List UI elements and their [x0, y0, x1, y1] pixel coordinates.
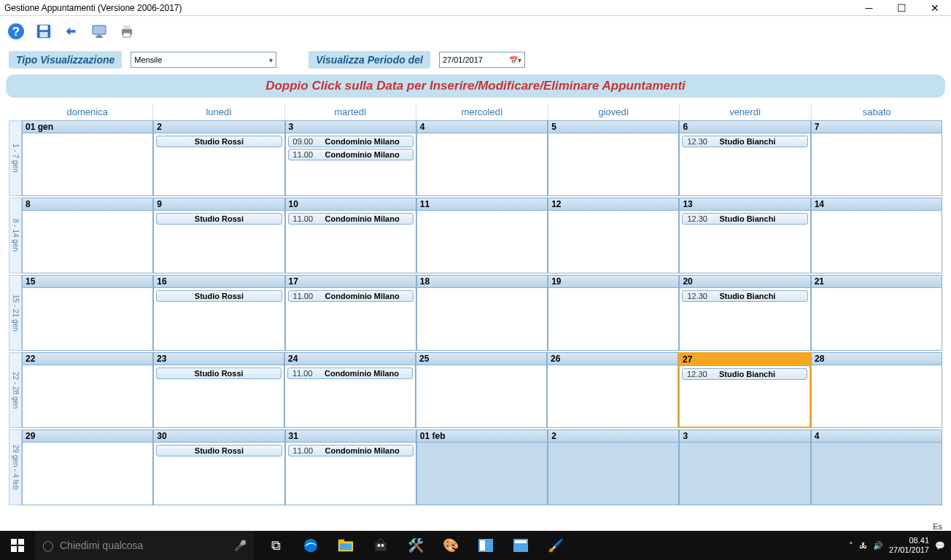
appointment[interactable]: 12.30Studio Bianchi	[682, 213, 807, 225]
day-cell[interactable]: 9Studio Rossi	[153, 198, 284, 273]
day-cell[interactable]: 3111.00Condominio Milano	[285, 429, 416, 505]
appointment[interactable]: Studio Rossi	[156, 290, 282, 302]
day-number: 29	[23, 430, 152, 443]
day-cell[interactable]: 21	[811, 275, 942, 351]
day-cell[interactable]: 1711.00Condominio Milano	[285, 275, 416, 351]
day-number: 10	[286, 198, 416, 211]
appointment-title: Condominio Milano	[325, 369, 399, 378]
day-cell[interactable]: 01 feb	[416, 429, 548, 505]
day-body	[417, 133, 547, 195]
day-number: 8	[23, 198, 152, 211]
instruction-banner: Doppio Click sulla Data per Inserire/Mod…	[6, 74, 945, 98]
appointment-time: 11.00	[293, 150, 318, 159]
day-number: 25	[416, 353, 546, 365]
appointment[interactable]: 12.30Studio Bianchi	[682, 290, 807, 302]
window-title: Gestione Appuntamenti (Versione 2006-201…	[4, 3, 182, 13]
svg-rect-9	[123, 26, 131, 29]
day-body: 12.30Studio Bianchi	[680, 211, 810, 273]
day-cell[interactable]: 2712.30Studio Bianchi	[678, 352, 811, 428]
appointment[interactable]: 11.00Condominio Milano	[288, 290, 414, 302]
appointment[interactable]: Studio Rossi	[156, 445, 282, 456]
minimize-button[interactable]: ─	[853, 0, 885, 16]
day-number: 2	[548, 430, 678, 443]
appointment-title: Studio Rossi	[195, 214, 244, 223]
day-body	[548, 211, 678, 273]
close-button[interactable]: ✕	[918, 0, 951, 16]
appointment-title: Condominio Milano	[325, 446, 400, 455]
day-cell[interactable]: 8	[22, 198, 153, 273]
day-cell[interactable]: 4	[811, 429, 942, 505]
day-cell[interactable]: 2Studio Rossi	[153, 120, 284, 196]
day-body	[812, 133, 942, 195]
day-cell[interactable]: 15	[22, 275, 153, 351]
day-number: 27	[680, 354, 810, 366]
day-cell[interactable]: 2012.30Studio Bianchi	[679, 275, 810, 351]
day-number: 21	[812, 276, 942, 288]
day-number: 9	[154, 198, 284, 211]
day-cell[interactable]: 11	[416, 198, 548, 273]
day-body: Studio Rossi	[154, 133, 284, 195]
day-body: 11.00Condominio Milano	[285, 365, 415, 427]
day-cell[interactable]: 25	[416, 352, 547, 428]
day-number: 01 feb	[417, 430, 547, 443]
day-cell[interactable]: 01 gen	[22, 120, 153, 196]
day-cell[interactable]: 22	[22, 352, 153, 428]
appointment[interactable]: 12.30Studio Bianchi	[682, 368, 807, 380]
help-icon[interactable]: ?	[6, 21, 26, 42]
appointment[interactable]: 11.00Condominio Milano	[288, 149, 414, 160]
week-row: 8 - 14 gen89Studio Rossi1011.00Condomini…	[9, 198, 942, 273]
day-number: 13	[680, 198, 810, 211]
period-label: Visualizza Periodo del	[308, 51, 430, 69]
day-cell[interactable]: 2411.00Condominio Milano	[284, 352, 416, 428]
appointment[interactable]: Studio Rossi	[156, 213, 282, 225]
day-cell[interactable]: 2	[548, 429, 679, 505]
day-cell[interactable]: 23Studio Rossi	[153, 352, 284, 428]
appointment[interactable]: 11.00Condominio Milano	[287, 368, 413, 379]
day-cell[interactable]: 309.00Condominio Milano11.00Condominio M…	[285, 120, 416, 196]
day-body	[812, 365, 942, 427]
period-date-picker[interactable]: 27/01/2017 📅▾	[439, 52, 525, 68]
window-controls: ─ ☐ ✕	[853, 0, 951, 16]
day-cell[interactable]: 28	[811, 352, 942, 428]
appointment-time: 12.30	[687, 214, 712, 223]
day-body	[417, 211, 547, 273]
appointment[interactable]: 11.00Condominio Milano	[288, 213, 414, 225]
day-number: 7	[812, 121, 942, 133]
appointment[interactable]: Studio Rossi	[156, 368, 282, 379]
day-number: 3	[680, 430, 810, 443]
day-cell[interactable]: 12	[548, 198, 679, 273]
day-cell[interactable]: 19	[548, 275, 679, 351]
viz-type-select[interactable]: Mensile ▾	[131, 52, 276, 68]
week-label: 22 - 28 gen	[9, 352, 22, 428]
day-number: 26	[548, 353, 678, 365]
maximize-button[interactable]: ☐	[885, 0, 918, 16]
day-cell[interactable]: 1011.00Condominio Milano	[285, 198, 416, 273]
day-cell[interactable]: 14	[811, 198, 942, 273]
monitor-icon[interactable]	[89, 21, 109, 42]
week-label: 29 gen - 4 feb	[9, 429, 22, 505]
appointment[interactable]: 11.00Condominio Milano	[288, 445, 414, 456]
day-cell[interactable]: 3	[679, 429, 810, 505]
day-cell[interactable]: 7	[811, 120, 942, 196]
appointment-time: 12.30	[687, 370, 712, 378]
day-cell[interactable]: 4	[416, 120, 548, 196]
appointment[interactable]: Studio Rossi	[156, 136, 282, 147]
svg-rect-10	[123, 33, 131, 37]
day-cell[interactable]: 26	[547, 352, 678, 428]
appointment[interactable]: 12.30Studio Bianchi	[682, 136, 807, 147]
day-body	[548, 133, 678, 195]
save-icon[interactable]	[34, 21, 54, 42]
undo-icon[interactable]	[61, 21, 82, 42]
day-cell[interactable]: 612.30Studio Bianchi	[679, 120, 810, 196]
print-icon[interactable]	[117, 21, 137, 42]
day-cell[interactable]: 18	[416, 275, 548, 351]
svg-rect-5	[93, 26, 106, 34]
day-cell[interactable]: 29	[22, 429, 153, 505]
appointment[interactable]: 09.00Condominio Milano	[288, 136, 414, 147]
day-cell[interactable]: 5	[548, 120, 679, 196]
appointment-time: 09.00	[293, 137, 318, 146]
day-cell[interactable]: 1312.30Studio Bianchi	[679, 198, 810, 273]
day-cell[interactable]: 30Studio Rossi	[153, 429, 284, 505]
day-cell[interactable]: 16Studio Rossi	[153, 275, 284, 351]
day-number: 4	[812, 430, 942, 443]
